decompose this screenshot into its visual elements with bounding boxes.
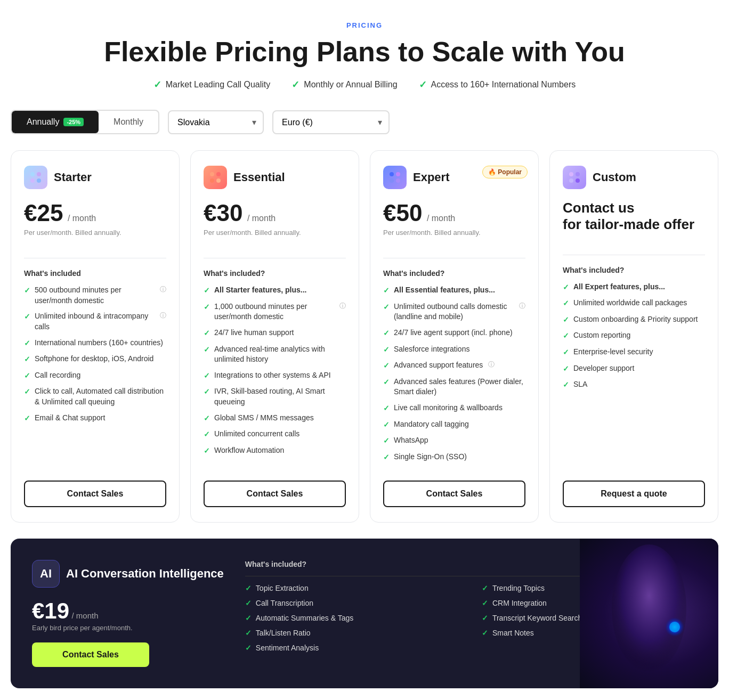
check-icon: ✓ [563, 298, 569, 309]
divider-custom [563, 255, 705, 255]
essential-icon [204, 166, 227, 189]
custom-feature-list: ✓All Expert features, plus... ✓Unlimited… [563, 282, 705, 468]
check-icon-1: ✓ [153, 79, 161, 91]
list-item: ✓Advanced real-time analytics with unlim… [204, 344, 346, 365]
dot2 [216, 172, 221, 176]
plan-header-essential: Essential [204, 166, 346, 189]
feature-text: SLA [573, 379, 587, 390]
feature-text: Advanced real-time analytics with unlimi… [214, 344, 346, 365]
check-icon: ✓ [482, 614, 488, 622]
list-item: ✓IVR, Skill-based routing, AI Smart queu… [204, 386, 346, 407]
expert-cta-button[interactable]: Contact Sales [383, 481, 525, 507]
feature-text: All Essential features, plus... [394, 285, 495, 296]
info-icon[interactable]: ⓘ [488, 360, 495, 369]
annually-toggle[interactable]: Annually -25% [12, 111, 99, 133]
list-item: ✓500 outbound minutes per user/month dom… [24, 285, 166, 306]
check-icon: ✓ [383, 345, 390, 355]
feature-text: Email & Chat support [35, 413, 105, 424]
check-icon: ✓ [563, 380, 569, 390]
list-item: ✓Topic Extraction [245, 584, 460, 592]
custom-cta-button[interactable]: Request a quote [563, 481, 705, 507]
starter-cta-button[interactable]: Contact Sales [24, 481, 166, 507]
check-icon: ✓ [204, 302, 210, 313]
custom-contact-price-sub: for tailor-made offer [563, 216, 694, 232]
check-icon: ✓ [383, 286, 390, 296]
ai-price-row: €19 / month [32, 598, 224, 624]
currency-select-wrapper: Euro (€) USD ($) GBP (£) [272, 110, 390, 134]
feature-item-2: ✓ Monthly or Annual Billing [291, 79, 397, 91]
dot3 [390, 178, 394, 183]
ai-title: AI Conversation Intelligence [66, 567, 224, 581]
starter-included-label: What's included [24, 269, 166, 278]
expert-included-label: What's included? [383, 269, 525, 278]
essential-price-row: €30 / month [204, 200, 346, 226]
check-icon: ✓ [24, 286, 30, 296]
ai-icon: AI [32, 560, 60, 588]
list-item: ✓Unlimited worldwide call packages [563, 298, 705, 309]
plan-card-custom: Custom Contact usfor tailor-made offer W… [549, 150, 718, 523]
svg-point-2 [669, 622, 680, 632]
check-icon: ✓ [383, 328, 390, 339]
currency-select[interactable]: Euro (€) USD ($) GBP (£) [272, 110, 390, 134]
feature-text: WhatsApp [394, 435, 428, 446]
dot4 [576, 178, 580, 183]
essential-price-note: Per user/month. Billed annually. [204, 229, 346, 237]
dot1 [210, 172, 214, 176]
info-icon[interactable]: ⓘ [160, 311, 166, 320]
check-icon: ✓ [563, 331, 569, 341]
starter-icon [24, 166, 47, 189]
dot3 [210, 178, 214, 183]
plan-card-expert: Expert 🔥 Popular €50 / month Per user/mo… [370, 150, 539, 523]
dot1 [569, 172, 573, 176]
list-item: ✓Sentiment Analysis [245, 644, 460, 652]
ai-price: €19 [32, 598, 69, 623]
starter-price-row: €25 / month [24, 200, 166, 226]
pricing-label: PRICING [11, 21, 718, 29]
check-icon: ✓ [563, 282, 569, 293]
feature-text: Transcript Keyword Search [492, 614, 582, 622]
dot4 [37, 178, 41, 183]
starter-price: €25 [24, 200, 63, 226]
info-icon[interactable]: ⓘ [339, 302, 346, 311]
essential-price: €30 [204, 200, 242, 226]
essential-feature-list: ✓All Starter features, plus... ✓1,000 ou… [204, 285, 346, 468]
divider-starter [24, 258, 166, 258]
feature-text: Workflow Automation [214, 445, 284, 456]
list-item: ✓International numbers (160+ countries) [24, 338, 166, 349]
starter-icon-dots [30, 172, 41, 183]
list-item: ✓Custom reporting [563, 330, 705, 341]
feature-text: IVR, Skill-based routing, AI Smart queue… [214, 386, 346, 407]
ai-image-placeholder [580, 539, 718, 688]
feature-text: 24/7 live agent support (incl. phone) [394, 328, 513, 338]
check-icon-2: ✓ [291, 79, 299, 91]
expert-plan-name: Expert [413, 170, 449, 184]
list-item: ✓Unlimited inbound & intracompany callsⓘ [24, 311, 166, 332]
essential-period: / month [247, 214, 276, 223]
monthly-toggle[interactable]: Monthly [99, 111, 158, 133]
check-icon: ✓ [383, 361, 390, 371]
dot2 [576, 172, 580, 176]
check-icon: ✓ [204, 328, 210, 339]
essential-cta-button[interactable]: Contact Sales [204, 481, 346, 507]
plan-card-essential: Essential €30 / month Per user/month. Bi… [190, 150, 359, 523]
annually-label: Annually [27, 117, 59, 127]
ai-cta-button[interactable]: Contact Sales [32, 642, 149, 667]
divider-expert [383, 258, 525, 258]
list-item: ✓24/7 live agent support (incl. phone) [383, 328, 525, 339]
check-icon: ✓ [245, 644, 252, 652]
check-icon: ✓ [24, 338, 30, 349]
feature-text: Unlimited outbound calls domestic (landl… [394, 302, 514, 322]
feature-text: Click to call, Automated call distributi… [35, 386, 166, 407]
info-icon[interactable]: ⓘ [519, 302, 525, 311]
list-item: ✓Developer support [563, 363, 705, 375]
check-icon: ✓ [383, 436, 390, 446]
country-select[interactable]: Slovakia Czech Republic Germany France S… [168, 110, 264, 134]
info-icon[interactable]: ⓘ [160, 285, 166, 294]
list-item: ✓Unlimited concurrent calls [204, 429, 346, 440]
list-item: ✓Mandatory call tagging [383, 419, 525, 430]
check-icon: ✓ [482, 629, 488, 637]
custom-plan-name: Custom [593, 170, 636, 184]
feature-text: Unlimited worldwide call packages [573, 298, 687, 308]
list-item: ✓Global SMS / MMS messages [204, 413, 346, 424]
list-item: ✓All Expert features, plus... [563, 282, 705, 293]
